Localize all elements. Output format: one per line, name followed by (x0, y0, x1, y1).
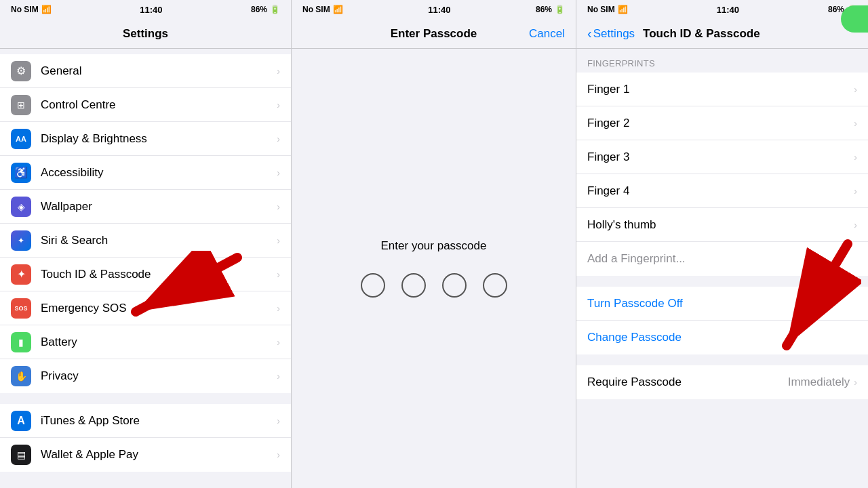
chevron-general: › (277, 66, 280, 77)
passcode-prompt: Enter your passcode (381, 239, 487, 253)
battery-icon-p2: 🔋 (555, 5, 565, 14)
battery-icon-p1: 🔋 (270, 5, 280, 14)
status-right-p2: 86% 🔋 (536, 5, 565, 14)
accessibility-icon: ♿ (11, 163, 31, 183)
settings-item-itunes[interactable]: A iTunes & App Store › (0, 404, 291, 438)
settings-item-accessibility[interactable]: ♿ Accessibility › (0, 156, 291, 190)
fingerprints-header: FINGERPRINTS (576, 49, 868, 73)
passcode-actions-list: Turn Passcode Off Change Passcode (576, 287, 868, 354)
general-icon: ⚙ (11, 61, 31, 81)
require-passcode-label: Require Passcode (587, 375, 788, 389)
turn-passcode-off-label: Turn Passcode Off (587, 297, 857, 310)
status-time-p1: 11:40 (140, 5, 162, 15)
sos-icon: SOS (11, 298, 31, 319)
settings-item-battery[interactable]: ▮ Battery › (0, 325, 291, 359)
cancel-button[interactable]: Cancel (529, 27, 565, 41)
control-label: Control Centre (41, 98, 277, 112)
finger1-label: Finger 1 (587, 83, 854, 96)
status-right-p1: 86% 🔋 (251, 5, 280, 14)
list-item-add-fingerprint[interactable]: Add a Fingerprint... (576, 242, 868, 276)
passcode-title: Enter Passcode (391, 27, 477, 41)
chevron-finger2: › (854, 118, 857, 129)
finger4-label: Finger 4 (587, 184, 854, 198)
panel3-content: FINGERPRINTS Finger 1 › Finger 2 › Finge… (576, 49, 868, 488)
chevron-require-passcode: › (854, 377, 857, 388)
change-passcode-item[interactable]: Change Passcode (576, 321, 868, 354)
chevron-finger3: › (854, 152, 857, 163)
require-passcode-list: Require Passcode Immediately › (576, 365, 868, 399)
passcode-dot-1 (361, 273, 385, 298)
require-passcode-value: Immediately (788, 375, 850, 389)
settings-item-privacy[interactable]: ✋ Privacy › (0, 359, 291, 393)
chevron-itunes: › (277, 415, 280, 426)
require-passcode-item[interactable]: Require Passcode Immediately › (576, 365, 868, 399)
nav-bar-p2: Enter Passcode Cancel (292, 19, 576, 49)
settings-item-display[interactable]: AA Display & Brightness › (0, 122, 291, 156)
nav-bar-p1: Settings (0, 19, 291, 49)
settings-item-general[interactable]: ⚙ General › (0, 54, 291, 88)
green-circle (841, 5, 868, 33)
back-button[interactable]: ‹ Settings (587, 26, 635, 41)
settings-item-sos[interactable]: SOS Emergency SOS › (0, 291, 291, 325)
list-item-finger2[interactable]: Finger 2 › (576, 106, 868, 140)
privacy-icon: ✋ (11, 366, 31, 386)
privacy-label: Privacy (41, 369, 277, 383)
passcode-panel: No SIM 📶 11:40 86% 🔋 Enter Passcode Canc… (292, 0, 576, 488)
wifi-icon-p3: 📶 (618, 5, 628, 14)
no-sim-text-p1: No SIM (11, 5, 39, 14)
control-icon: ⊞ (11, 95, 31, 115)
battery-pct-p1: 86% (251, 5, 267, 14)
touchid-label: Touch ID & Passcode (41, 268, 277, 281)
passcode-dot-3 (442, 273, 467, 298)
settings-group-2: A iTunes & App Store › ▤ Wallet & Apple … (0, 404, 291, 472)
list-item-holly[interactable]: Holly's thumb › (576, 208, 868, 242)
fingerprints-list: Finger 1 › Finger 2 › Finger 3 › Finger … (576, 73, 868, 276)
settings-panel: No SIM 📶 11:40 86% 🔋 Settings ⚙ General … (0, 0, 292, 488)
chevron-finger4: › (854, 186, 857, 197)
settings-item-wallet[interactable]: ▤ Wallet & Apple Pay › (0, 438, 291, 472)
no-sim-text-p3: No SIM (587, 5, 615, 14)
sos-label: Emergency SOS (41, 302, 277, 315)
chevron-control: › (277, 100, 280, 110)
section-spacer-2 (576, 354, 868, 365)
display-icon: AA (11, 129, 31, 149)
general-label: General (41, 64, 277, 78)
no-sim-text-p2: No SIM (302, 5, 330, 14)
wallpaper-label: Wallpaper (41, 200, 277, 214)
itunes-label: iTunes & App Store (41, 414, 277, 428)
status-time-p2: 11:40 (428, 5, 450, 15)
chevron-accessibility: › (277, 167, 280, 178)
list-item-finger3[interactable]: Finger 3 › (576, 140, 868, 174)
chevron-back-icon: ‹ (587, 26, 592, 41)
change-passcode-label: Change Passcode (587, 331, 857, 344)
settings-item-wallpaper[interactable]: ◈ Wallpaper › (0, 190, 291, 224)
itunes-icon: A (11, 411, 31, 431)
settings-group-1: ⚙ General › ⊞ Control Centre › AA Displa… (0, 54, 291, 393)
wallpaper-icon: ◈ (11, 197, 31, 217)
list-item-finger1[interactable]: Finger 1 › (576, 73, 868, 106)
status-bar-p1: No SIM 📶 11:40 86% 🔋 (0, 0, 291, 19)
chevron-display: › (277, 134, 280, 144)
wallet-icon: ▤ (11, 445, 31, 465)
turn-passcode-off-item[interactable]: Turn Passcode Off (576, 287, 868, 321)
wallet-label: Wallet & Apple Pay (41, 448, 277, 462)
touchid-panel: No SIM 📶 11:40 86% 🔋 ‹ Settings Touch ID… (576, 0, 868, 488)
add-fingerprint-label: Add a Fingerprint... (587, 252, 686, 266)
battery-icon: ▮ (11, 332, 31, 352)
wifi-icon-p1: 📶 (41, 5, 52, 14)
holly-label: Holly's thumb (587, 218, 854, 232)
settings-item-touchid[interactable]: ✦ Touch ID & Passcode › (0, 258, 291, 291)
settings-list: ⚙ General › ⊞ Control Centre › AA Displa… (0, 49, 291, 488)
chevron-wallpaper: › (277, 201, 280, 212)
nav-bar-p3: ‹ Settings Touch ID & Passcode (576, 19, 868, 49)
chevron-privacy: › (277, 371, 280, 382)
finger2-label: Finger 2 (587, 117, 854, 130)
chevron-wallet: › (277, 449, 280, 460)
status-left-p2: No SIM 📶 (302, 5, 343, 14)
list-item-finger4[interactable]: Finger 4 › (576, 174, 868, 208)
chevron-battery: › (277, 337, 280, 348)
battery-label: Battery (41, 336, 277, 349)
settings-item-control[interactable]: ⊞ Control Centre › (0, 88, 291, 122)
settings-item-siri[interactable]: ✦ Siri & Search › (0, 224, 291, 258)
siri-label: Siri & Search (41, 234, 277, 247)
